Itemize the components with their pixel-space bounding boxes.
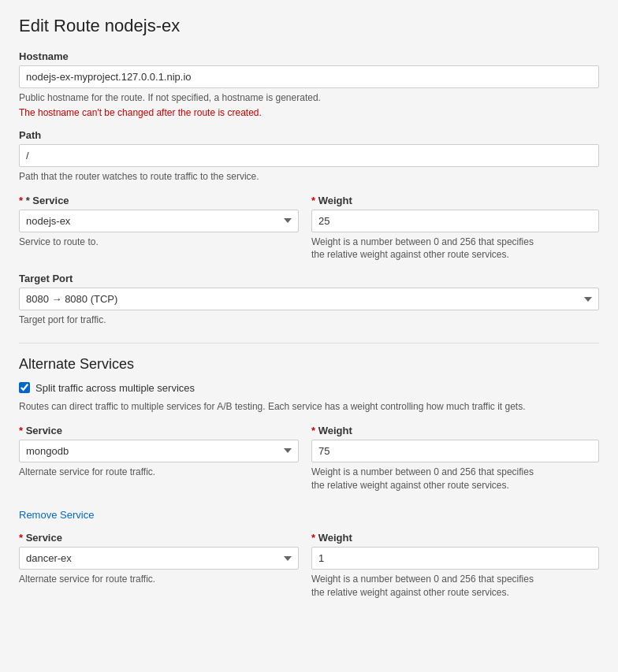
hostname-label: Hostname [19,50,599,62]
alt-weight-2-input[interactable] [311,547,599,570]
required-star: * [19,195,26,206]
alt-weight-1-help: Weight is a number between 0 and 256 tha… [311,466,599,492]
alt-service-2-help: Alternate service for route traffic. [19,573,299,586]
path-input[interactable] [19,144,599,167]
target-port-help: Target port for traffic. [19,314,599,327]
path-label: Path [19,129,599,141]
path-help: Path that the router watches to route tr… [19,170,599,184]
target-port-select[interactable]: 8080 → 8080 (TCP) [19,288,599,310]
alternate-services-section: Alternate Services Split traffic across … [19,356,599,600]
alt-service-1-select[interactable]: nodejs-ex mongodb dancer-ex [19,440,299,462]
primary-service-row: * * Service nodejs-ex mongodb dancer-ex … [19,195,599,262]
page-title: Edit Route nodejs-ex [19,16,599,36]
alt-weight-1-input[interactable] [311,440,599,462]
alt-service-1-col: * Service nodejs-ex mongodb dancer-ex Al… [19,425,299,492]
alt-weight-1-label: * Weight [311,425,599,436]
alt-service-2-select[interactable]: nodejs-ex mongodb dancer-ex [19,547,299,570]
alt-service-1-row: * Service nodejs-ex mongodb dancer-ex Al… [19,425,599,492]
split-traffic-row: Split traffic across multiple services [19,382,599,394]
alt-weight-2-label: * Weight [311,532,599,544]
alt-weight-1-col: * Weight Weight is a number between 0 an… [311,425,599,492]
hostname-group: Hostname Public hostname for the route. … [19,50,599,118]
primary-weight-help: Weight is a number between 0 and 256 tha… [311,236,599,262]
remove-service-link[interactable]: Remove Service [19,509,94,521]
primary-service-label: * * Service [19,195,299,206]
alternate-services-description: Routes can direct traffic to multiple se… [19,400,599,414]
target-port-label: Target Port [19,273,599,284]
target-port-group: Target Port 8080 → 8080 (TCP) Target por… [19,273,599,327]
primary-weight-input[interactable] [311,210,599,232]
alt-service-2-col: * Service nodejs-ex mongodb dancer-ex Al… [19,532,299,600]
split-traffic-checkbox[interactable] [19,382,30,393]
alt-weight-2-help: Weight is a number between 0 and 256 tha… [311,573,599,600]
alternate-services-title: Alternate Services [19,356,599,373]
path-group: Path Path that the router watches to rou… [19,129,599,184]
hostname-warning: The hostname can't be changed after the … [19,107,599,118]
section-divider [19,343,599,343]
hostname-input[interactable] [19,65,599,88]
primary-weight-col: * Weight Weight is a number between 0 an… [311,195,599,262]
primary-service-col: * * Service nodejs-ex mongodb dancer-ex … [19,195,299,262]
alt-service-1-help: Alternate service for route traffic. [19,466,299,479]
alt-service-2-row: * Service nodejs-ex mongodb dancer-ex Al… [19,532,599,600]
primary-service-help: Service to route to. [19,236,299,249]
alt-service-2-label: * Service [19,532,299,544]
primary-service-select[interactable]: nodejs-ex mongodb dancer-ex [19,210,299,232]
split-traffic-label: Split traffic across multiple services [35,382,195,394]
hostname-help: Public hostname for the route. If not sp… [19,91,599,105]
alt-weight-2-col: * Weight Weight is a number between 0 an… [311,532,599,600]
primary-weight-label: * Weight [311,195,599,206]
alt-service-1-label: * Service [19,425,299,436]
